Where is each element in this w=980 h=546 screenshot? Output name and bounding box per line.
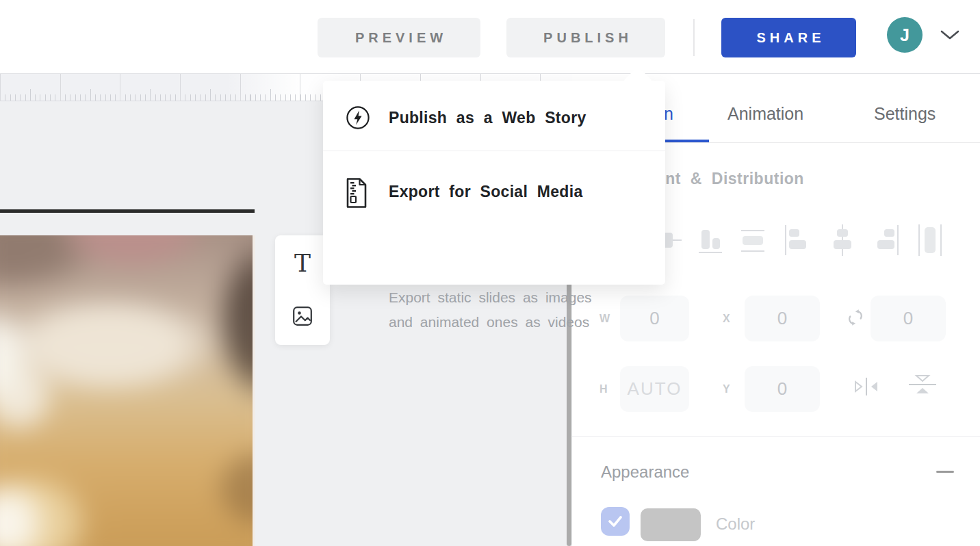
y-value: 0 [777,378,787,400]
x-value: 0 [777,308,787,329]
x-input[interactable]: 0 [745,296,820,341]
description-line: and animated ones as videos [389,310,592,335]
tab-settings[interactable]: Settings [874,103,936,125]
width-input[interactable]: 0 [620,296,689,341]
menu-item-title: Export for Social Media [389,182,583,201]
editor-window: T Design Animation Settings Alignment & … [0,0,980,546]
preview-button[interactable]: PREVIEW [318,18,480,57]
width-value: 0 [649,308,659,329]
top-bar: PREVIEW PUBLISH SHARE J [0,0,980,74]
align-center-icon[interactable] [829,224,857,256]
flip-horizontal-icon[interactable] [853,376,880,397]
image-tool-icon[interactable] [275,294,330,338]
canvas-line-element[interactable] [0,209,255,213]
publish-button[interactable]: PUBLISH [506,18,665,57]
height-input[interactable]: AUTO [620,366,689,412]
rotation-value: 0 [903,308,913,329]
avatar[interactable]: J [887,17,923,53]
dog-photo-blur [0,235,255,546]
chevron-down-icon[interactable] [939,29,961,42]
collapse-section-icon[interactable] [936,471,954,473]
description-line: Export static slides as images [389,285,592,310]
y-input[interactable]: 0 [745,366,820,412]
height-value: AUTO [628,378,682,400]
align-right-icon[interactable] [873,224,901,256]
publish-menu: Publish as a Web Story Export for Social… [323,81,665,285]
dog-photo-element[interactable] [0,235,255,546]
align-left-icon[interactable] [784,224,812,256]
color-swatch[interactable] [641,508,701,541]
rotation-input[interactable]: 0 [871,296,946,341]
distribute-horizontal-icon[interactable] [917,224,944,256]
distribute-vertical-icon[interactable] [740,224,768,256]
width-label: W [599,313,610,325]
menu-item-publish-web-story[interactable]: Publish as a Web Story [323,81,665,151]
flip-vertical-icon[interactable] [907,374,938,395]
y-label: Y [723,383,730,395]
checkmark-icon [606,514,624,529]
tab-animation[interactable]: Animation [727,103,803,125]
zip-file-icon [344,177,369,209]
insert-toolbar: T [275,235,330,345]
menu-item-export-social[interactable]: Export for Social Media Export static sl… [323,151,665,285]
share-button[interactable]: SHARE [721,18,856,57]
text-tool-icon[interactable]: T [275,241,330,285]
header-divider [693,19,695,56]
color-checkbox[interactable] [601,507,630,536]
appearance-section-title: Appearance [601,463,689,482]
x-label: X [723,313,730,325]
menu-item-title: Publish as a Web Story [389,108,586,127]
align-bottom-icon[interactable] [698,224,725,256]
rotation-icon[interactable] [847,309,864,326]
lightning-circle-icon [345,105,371,131]
section-divider [572,436,980,437]
menu-item-description: Export static slides as images and anima… [389,285,592,335]
height-label: H [599,383,608,395]
color-label: Color [716,515,755,534]
